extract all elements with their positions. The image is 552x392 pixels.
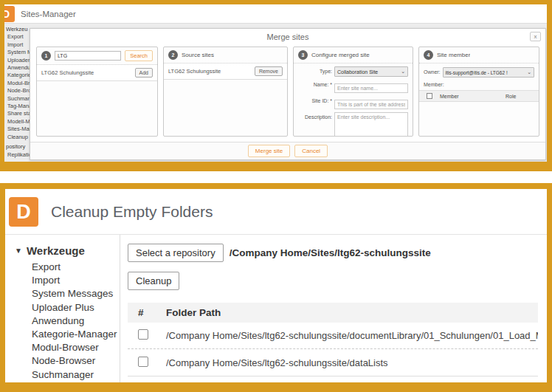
sidebar-item-kategorie-manager[interactable]: Kategorie-Manager bbox=[15, 328, 120, 341]
site-search-input[interactable] bbox=[55, 51, 121, 61]
collapse-triangle-icon: ▼ bbox=[15, 247, 22, 255]
tools-sidebar: ▼ Werkzeuge Export Import System Message… bbox=[5, 235, 120, 382]
sidebar-item-tag-manager[interactable]: Tag-Manager bbox=[15, 382, 120, 382]
source-site-row: LTG62 Schulungssite Remove bbox=[164, 63, 287, 80]
merge-site-button[interactable]: Merge site bbox=[248, 145, 290, 157]
sidebar-item-system-messages[interactable]: System Messages bbox=[15, 287, 120, 300]
cleanup-row: Cleanup bbox=[128, 272, 538, 290]
sidebar-header-nutzer[interactable]: nutzer un bbox=[6, 161, 38, 162]
main-content: Select a repository /Company Home/Sites/… bbox=[120, 235, 547, 382]
window-title: Sites-Manager bbox=[21, 10, 76, 18]
type-select[interactable]: Collaboration Site ⌄ bbox=[334, 66, 408, 77]
step-3-badge: 3 bbox=[298, 50, 308, 60]
section-configure-merged-site: 3 Configure merged site Type: Collaborat… bbox=[293, 47, 413, 137]
row-checkbox[interactable] bbox=[138, 357, 148, 367]
folder-path-cell: /Company Home/Sites/ltg62-schulungssite/… bbox=[166, 330, 538, 341]
type-row: Type: Collaboration Site ⌄ bbox=[294, 66, 408, 77]
dialog-sections: 1 Search LTG62 Schulungssite Add bbox=[30, 44, 545, 137]
member-column-header: Member bbox=[440, 94, 506, 99]
merge-sites-dialog: Merge sites x 1 Search LTG62 bbox=[30, 28, 546, 160]
sidebar-item-export[interactable]: Export bbox=[15, 261, 120, 274]
chevron-down-icon: ⌄ bbox=[401, 69, 405, 75]
description-row: Description: bbox=[294, 112, 408, 137]
section-search-sites: 1 Search LTG62 Schulungssite Add bbox=[36, 47, 158, 137]
repository-path: /Company Home/Sites/ltg62-schulungssite bbox=[230, 247, 431, 258]
close-icon[interactable]: x bbox=[530, 32, 541, 41]
cleanup-window: D Cleanup Empty Folders ▼ Werkzeuge Expo… bbox=[5, 189, 547, 382]
section4-header: 4 Site member bbox=[419, 47, 539, 63]
table-row: /Company Home/Sites/ltg62-schulungssite/… bbox=[128, 349, 538, 376]
folder-path-column-header: Folder Path bbox=[166, 307, 538, 318]
sites-manager-panel: D Sites-Manager Werkzeu Export Import Sy… bbox=[0, 0, 552, 171]
name-field[interactable] bbox=[334, 83, 408, 93]
description-label: Description: bbox=[294, 112, 332, 137]
section3-header: 3 Configure merged site bbox=[294, 47, 413, 63]
table-row: /Company Home/Sites/ltg62-schulungssite/… bbox=[128, 323, 538, 349]
section-site-member: 4 Site member Owner: itis-support@itis.d… bbox=[418, 47, 539, 137]
section2-header: 2 Source sites bbox=[164, 47, 287, 63]
owner-select-value: itis-support@itis.de - LTG62 ! bbox=[446, 70, 508, 75]
select-repository-button[interactable]: Select a repository bbox=[128, 244, 224, 262]
search-button[interactable]: Search bbox=[125, 50, 153, 61]
cleanup-empty-folders-panel: D Cleanup Empty Folders ▼ Werkzeuge Expo… bbox=[0, 183, 552, 392]
folder-path-cell: /Company Home/Sites/ltg62-schulungssite/… bbox=[166, 357, 538, 368]
add-button[interactable]: Add bbox=[135, 68, 153, 78]
owner-select[interactable]: itis-support@itis.de - LTG62 ! ⌄ bbox=[443, 67, 534, 78]
app-logo-icon: D bbox=[4, 6, 15, 22]
section-source-sites: 2 Source sites LTG62 Schulungssite Remov… bbox=[163, 47, 288, 137]
row-checkbox[interactable] bbox=[138, 329, 148, 340]
sidebar-item-uploader-plus[interactable]: Uploader Plus bbox=[15, 301, 120, 314]
name-row: Name: * bbox=[294, 80, 408, 93]
sidebar-header-label: Werkzeuge bbox=[27, 244, 85, 257]
page-body: ▼ Werkzeuge Export Import System Message… bbox=[5, 235, 547, 382]
source-site-label: LTG62 Schulungssite bbox=[168, 68, 221, 75]
step-4-badge: 4 bbox=[424, 50, 433, 60]
site-id-label: Site ID: * bbox=[294, 96, 332, 109]
owner-row: Owner: itis-support@itis.de - LTG62 ! ⌄ bbox=[424, 67, 534, 78]
app-logo-icon: D bbox=[9, 197, 38, 227]
search-result-label: LTG62 Schulungssite bbox=[41, 69, 94, 76]
cleanup-button[interactable]: Cleanup bbox=[128, 272, 179, 290]
section1-header: 1 Search bbox=[37, 47, 157, 65]
sidebar-item-node-browser[interactable]: Node-Browser bbox=[15, 354, 120, 368]
sidebar-item-suchmanager[interactable]: Suchmanager bbox=[15, 368, 120, 382]
step-2-badge: 2 bbox=[168, 50, 178, 60]
screenshot-stage: D Sites-Manager Werkzeu Export Import Sy… bbox=[0, 0, 552, 392]
page-header: D Cleanup Empty Folders bbox=[5, 189, 547, 235]
site-id-row: Site ID: * bbox=[294, 96, 408, 109]
description-field[interactable] bbox=[334, 112, 408, 137]
page-title: Cleanup Empty Folders bbox=[51, 203, 213, 221]
sidebar-item-anwendung[interactable]: Anwendung bbox=[15, 314, 120, 328]
window-body: Werkzeu Export Import System Me Uploader… bbox=[4, 24, 547, 162]
owner-label: Owner: bbox=[424, 67, 441, 78]
sites-manager-window: D Sites-Manager Werkzeu Export Import Sy… bbox=[4, 4, 547, 162]
step-1-badge: 1 bbox=[41, 51, 51, 61]
member-table-header: Member Role bbox=[419, 90, 539, 102]
number-column-header: # bbox=[128, 307, 166, 318]
remove-button[interactable]: Remove bbox=[255, 66, 283, 76]
search-result-row: LTG62 Schulungssite Add bbox=[37, 65, 157, 81]
name-label: Name: * bbox=[294, 80, 332, 93]
site-id-field[interactable] bbox=[334, 100, 408, 109]
sidebar-item-modul-browser[interactable]: Modul-Browser bbox=[15, 341, 120, 354]
dialog-title: Merge sites bbox=[30, 29, 545, 41]
type-select-value: Collaboration Site bbox=[337, 69, 378, 75]
select-all-checkbox[interactable] bbox=[427, 93, 432, 99]
dialog-header: Merge sites x bbox=[30, 29, 545, 44]
folder-table-header: # Folder Path bbox=[128, 303, 538, 323]
section4-title: Site member bbox=[437, 52, 470, 58]
dialog-footer: Merge site Cancel bbox=[30, 142, 545, 159]
section2-title: Source sites bbox=[182, 52, 214, 58]
repository-row: Select a repository /Company Home/Sites/… bbox=[128, 244, 538, 262]
folder-table: # Folder Path /Company Home/Sites/ltg62-… bbox=[128, 303, 538, 376]
section3-title: Configure merged site bbox=[311, 52, 370, 58]
sidebar-item-import[interactable]: Import bbox=[15, 274, 120, 287]
cancel-button[interactable]: Cancel bbox=[294, 145, 328, 157]
member-label: Member: bbox=[424, 82, 534, 87]
titlebar: D Sites-Manager bbox=[4, 4, 547, 24]
sidebar-header-werkzeuge[interactable]: ▼ Werkzeuge bbox=[15, 244, 120, 257]
type-label: Type: bbox=[294, 66, 332, 77]
role-column-header: Role bbox=[506, 94, 539, 99]
chevron-down-icon: ⌄ bbox=[527, 69, 531, 75]
